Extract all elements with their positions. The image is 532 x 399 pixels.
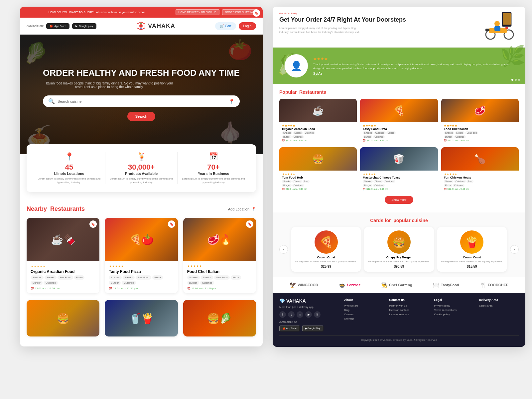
pop-tag: Tom <box>303 180 310 183</box>
hero-title: ORDER HEALTHY AND FRESH FOOD ANY TIME <box>43 68 240 78</box>
pop-hours: ⏰ $12.01 am - 9:44 pm <box>363 188 435 191</box>
cuisine-card-name: Crown Crust <box>291 256 361 259</box>
footer-link-blog[interactable]: Blog <box>344 309 384 312</box>
footer-link-investor[interactable]: Investor relations <box>389 313 429 316</box>
pop-hours: ⏰ $12.01 am - 9:44 pm <box>444 188 516 191</box>
login-button[interactable]: Login <box>239 22 256 30</box>
footer-link-who-we-are[interactable]: Who we are <box>344 304 384 307</box>
linkedin-icon[interactable]: li <box>314 311 321 318</box>
testimonial-section: 🥬 👤 ★★★★ Thank you all trusted to this a… <box>273 48 525 84</box>
stat-products-desc: Lorem ipsum is simply dummy text of the … <box>109 177 174 184</box>
bookmark-icon[interactable]: 🔖 <box>168 220 175 228</box>
tag: Steaks <box>123 275 135 280</box>
star-rating: ★★★★★ <box>109 264 174 268</box>
pop-stars: ★★★★★ <box>444 124 516 127</box>
pop-tag: Chees <box>292 180 302 183</box>
pop-tag: Chees <box>373 180 383 183</box>
pop-img-wrap: 🍗 <box>441 147 519 171</box>
footer-link-careers[interactable]: Careers <box>344 313 384 316</box>
lezzroz-icon: 🍲 <box>339 282 345 288</box>
pop-tag: Pizza <box>444 184 452 187</box>
svg-point-10 <box>505 27 508 29</box>
stat-locations-desc: Lorem ipsum is simply dummy text of the … <box>37 177 102 184</box>
footer-link-ideas[interactable]: Ideas on contact <box>389 309 429 312</box>
facebook-icon[interactable]: f <box>279 311 286 318</box>
cuisine-next-arrow[interactable]: › <box>510 245 519 254</box>
pop-card-body: ★★★★★ Masterchat Chinese Toast Steaks Ch… <box>360 171 438 193</box>
app-store-label: App Store <box>54 25 66 28</box>
card-img-wrap: 🥩🔥 🔖 <box>183 218 256 261</box>
top-bar-buttons: HOME DELIVERY OR PICK UP ORDER FOR SHIPP… <box>176 9 257 15</box>
location-pin-icon[interactable]: 📍 <box>229 99 234 104</box>
app-store-btn[interactable]: 🍎 App Store <box>46 23 69 29</box>
pop-tag: Steaks <box>455 131 465 134</box>
pop-stars: ★★★★★ <box>363 124 435 127</box>
footer-link-partner[interactable]: Partner with us <box>389 304 429 307</box>
twitter-icon[interactable]: t <box>288 311 295 318</box>
footer-legal-title: Legal <box>434 298 473 302</box>
search-input[interactable] <box>58 99 223 103</box>
cuisine-prev-arrow[interactable]: ‹ <box>279 245 288 254</box>
pop-card-body: ★★★★★ Organic Arcadian Food Shakes Steak… <box>279 122 357 144</box>
add-location-btn[interactable]: Add Location 📍 <box>228 207 256 211</box>
footer-brand: 💎 VAHAKA More than just a delivery app f… <box>279 298 339 332</box>
footer-link-select-area[interactable]: Select area <box>479 304 519 307</box>
dot-3[interactable] <box>518 79 520 81</box>
stat-years-desc: Lorem ipsum is simply dummy text of the … <box>181 177 246 184</box>
footer-google-play-btn[interactable]: ▶ Google Play <box>302 326 324 332</box>
instagram-icon[interactable]: in <box>297 311 303 318</box>
youtube-icon[interactable]: ▶ <box>305 311 312 318</box>
dot-1[interactable] <box>511 79 513 81</box>
svg-rect-9 <box>485 29 489 31</box>
card-img-wrap: ☕🍫 🔖 <box>27 218 99 261</box>
pop-restaurant-image: 🍗 <box>441 147 519 171</box>
pop-tag: Cuisines <box>292 135 304 138</box>
lezzroz-label: Lezzroz <box>347 283 360 287</box>
pop-tag: Steaks <box>293 131 303 134</box>
pop-tag: Cuisines <box>454 180 466 183</box>
pop-hours: ⏰ $12.01 am - 9:44 pm <box>282 188 354 191</box>
pop-stars: ★★★★★ <box>363 173 435 176</box>
tag: Shakes <box>31 275 44 280</box>
footer-link-sitemap[interactable]: Sitemap <box>344 317 384 320</box>
google-play-btn[interactable]: ▶ Google play <box>72 23 96 29</box>
cart-button[interactable]: 🛒 Cart <box>215 22 236 30</box>
popular-card: 🥩 ★★★★★ Food Chef Italian Shakes Steaks … <box>441 99 519 144</box>
tag: Sea Food <box>136 275 151 280</box>
tag: Burger <box>187 281 199 285</box>
pop-restaurant-image: 🍔 <box>279 147 357 171</box>
pop-tag: Cuisines <box>292 184 304 187</box>
delivery-title: Get Your Order 24/7 Right At Your Doorst… <box>279 16 479 24</box>
show-more-button[interactable]: Show more <box>385 196 413 204</box>
pop-tags: Steaks Cuisines Tom <box>444 180 516 183</box>
pop-tags-2: Burger Cuisines <box>363 135 435 138</box>
home-delivery-btn[interactable]: HOME DELIVERY OR PICK UP <box>176 9 219 15</box>
stat-locations-label: LIinois Locations <box>37 172 102 176</box>
card-tags: Shakes Steaks Sea Food Pizza Burger Cuis… <box>187 275 252 285</box>
footer-app-store-btn[interactable]: 🍎 App Store <box>279 326 300 332</box>
tag: Burger <box>109 281 121 285</box>
footer-link-cookie[interactable]: Cookie policy <box>434 313 473 316</box>
testimonial-content: ★★★★ Thank you all trusted to this amazi… <box>313 57 519 75</box>
card-body: ★★★★★ Food Chef Italian Shakes Steaks Se… <box>183 261 256 293</box>
order-shipping-btn[interactable]: ORDER FOR SHIPPING <box>222 9 257 15</box>
pop-tags: Shakes Steaks Sea Food <box>444 131 516 134</box>
footer-link-privacy[interactable]: Privacy policy <box>434 304 473 307</box>
footer-link-terms[interactable]: Terms & conditions <box>434 309 473 312</box>
clock-icon: ⏰ <box>109 287 112 290</box>
tag: Burger <box>31 281 43 285</box>
tag: Pizza <box>74 275 85 280</box>
pop-tags: Shakes Cuisines Grilled <box>363 131 435 134</box>
location-add-icon: 📍 <box>251 207 256 211</box>
footer-logo-text: VAHAKA <box>286 298 306 304</box>
restaurant-hours: ⏰ 12:01 am - 11:59 pm <box>187 287 252 290</box>
pop-card-body: ★★★★★ Fun Chicken Meats Steaks Cuisines … <box>441 171 519 193</box>
pop-tag: Shakes <box>363 131 373 134</box>
tag: Cuisines <box>122 281 136 285</box>
nearby-title-normal: Restaurants <box>50 205 85 212</box>
pop-restaurant-image: 🥡 <box>360 147 438 171</box>
search-button[interactable]: Search <box>127 112 156 121</box>
pop-tag: Sea Food <box>465 131 478 134</box>
dot-2[interactable] <box>515 79 517 81</box>
pop-tag: Shakes <box>282 131 292 134</box>
